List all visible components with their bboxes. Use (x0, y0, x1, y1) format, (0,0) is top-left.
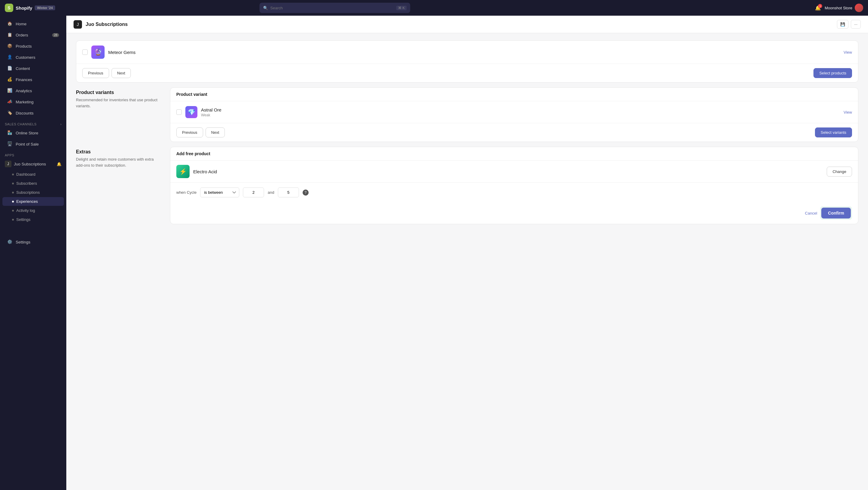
notification-button[interactable]: 🔔 1 (815, 5, 821, 11)
juo-icon: J (5, 161, 11, 167)
previous-button[interactable]: Previous (82, 68, 109, 78)
cycle-to-input[interactable] (278, 187, 299, 197)
sidebar-item-analytics[interactable]: 📊 Analytics (2, 85, 64, 96)
sidebar-item-home[interactable]: 🏠 Home (2, 19, 64, 29)
variants-card-header: Product variant (170, 88, 858, 101)
variants-section: Product variants Recommended for invento… (76, 87, 858, 142)
extras-title: Extras (76, 149, 160, 155)
variants-left-panel: Product variants Recommended for invento… (76, 87, 160, 142)
shopify-logo-area: S Shopify Winter '24 (5, 4, 55, 12)
sidebar-sub-label: Subscribers (16, 181, 37, 186)
cancel-button[interactable]: Cancel (805, 211, 817, 215)
settings-icon: ⚙️ (7, 239, 13, 245)
sidebar-item-orders[interactable]: 📋 Orders 28 (2, 30, 64, 40)
notification-badge: 1 (818, 4, 822, 8)
sidebar-item-label: Settings (16, 240, 30, 244)
sidebar-settings[interactable]: ⚙️ Settings (2, 237, 64, 247)
products-icon: 📦 (7, 43, 13, 49)
dot-icon (12, 192, 14, 193)
content-icon: 📄 (7, 66, 13, 71)
variants-next-button[interactable]: Next (206, 127, 225, 137)
sidebar-item-online-store[interactable]: 🏪 Online Store (2, 127, 64, 138)
sales-channels-chevron[interactable]: › (60, 122, 61, 126)
finances-icon: 💰 (7, 77, 13, 82)
product-checkbox[interactable] (82, 50, 88, 55)
select-products-button[interactable]: Select products (813, 68, 852, 78)
view-link[interactable]: View (844, 50, 852, 55)
avatar (855, 4, 863, 12)
discounts-icon: 🏷️ (7, 110, 13, 116)
shopify-logo-text: Shopify (16, 5, 32, 10)
apps-header: Apps (0, 150, 66, 158)
app-header-actions: 💾 ··· (837, 20, 861, 29)
store-button[interactable]: Moonshot Store (825, 4, 863, 12)
free-product-image: ⚡ (176, 165, 190, 178)
variants-right: Product variant 💎 Astral Ore Weak View (170, 87, 858, 142)
app-header-icon: J (73, 20, 82, 29)
sidebar-item-label: Content (16, 66, 30, 71)
cycle-row: when Cycle is between is equal to is gre… (170, 183, 858, 202)
dot-icon (12, 219, 14, 221)
select-variants-button[interactable]: Select variants (815, 127, 852, 137)
search-icon: 🔍 (263, 6, 268, 10)
winter-badge: Winter '24 (35, 5, 55, 10)
products-card-row: 🔮 Meteor Gems View (76, 41, 858, 64)
cycle-and-label: and (268, 190, 274, 195)
sidebar-item-activity-log[interactable]: Activity log (2, 206, 64, 215)
sidebar-item-customers[interactable]: 👤 Customers (2, 52, 64, 63)
sidebar-item-content[interactable]: 📄 Content (2, 63, 64, 74)
cycle-select[interactable]: is between is equal to is greater than i… (200, 187, 239, 197)
sidebar-item-label: Online Store (16, 131, 38, 135)
store-name: Moonshot Store (825, 6, 852, 10)
sidebar-item-label: Discounts (16, 111, 33, 115)
cycle-from-input[interactable] (243, 187, 264, 197)
sidebar-item-label: Customers (16, 55, 35, 60)
sidebar-item-settings[interactable]: Settings (2, 215, 64, 224)
app-icon-text: J (77, 22, 79, 27)
sidebar-item-label: Products (16, 44, 32, 49)
sidebar-item-label: Marketing (16, 100, 33, 104)
extras-card-footer: Cancel Confirm (170, 202, 858, 224)
next-button[interactable]: Next (112, 68, 131, 78)
sidebar-item-dashboard[interactable]: Dashboard (2, 170, 64, 179)
product-name: Meteor Gems (108, 50, 135, 55)
confirm-button[interactable]: Confirm (821, 208, 851, 218)
extras-card: Add free product ⚡ Electro Acid Change w… (170, 147, 858, 224)
variants-card-row: 💎 Astral Ore Weak View (170, 101, 858, 123)
more-options-button[interactable]: ··· (851, 20, 861, 29)
sidebar-item-pos[interactable]: 🖥️ Point of Sale (2, 139, 64, 150)
marketing-icon: 📣 (7, 99, 13, 104)
extras-description: Delight and retain more customers with e… (76, 156, 160, 168)
sidebar-item-subscriptions[interactable]: Subscriptions (2, 188, 64, 197)
sidebar-item-products[interactable]: 📦 Products (2, 41, 64, 52)
variants-previous-button[interactable]: Previous (176, 127, 203, 137)
confirm-highlight: Confirm (820, 207, 852, 220)
juo-app-header[interactable]: J Juo Subscriptions 🔔 (0, 158, 66, 170)
sales-channels-label: Sales channels (5, 122, 36, 126)
sidebar-item-experiences[interactable]: Experiences (2, 197, 64, 206)
sidebar-item-label: Orders (16, 33, 28, 37)
home-icon: 🏠 (7, 21, 13, 27)
sidebar-item-discounts[interactable]: 🏷️ Discounts (2, 108, 64, 118)
change-product-button[interactable]: Change (827, 167, 852, 177)
variant-checkbox[interactable] (176, 110, 182, 115)
help-icon[interactable]: ? (303, 189, 309, 195)
variant-view-link[interactable]: View (844, 110, 852, 115)
search-bar[interactable]: 🔍 ⌘ K (259, 3, 410, 13)
save-icon-button[interactable]: 💾 (837, 20, 848, 29)
search-input[interactable] (270, 6, 394, 10)
free-product-name: Electro Acid (193, 169, 217, 174)
content-area: 🔮 Meteor Gems View Previous Next Select … (66, 33, 868, 490)
topbar: S Shopify Winter '24 🔍 ⌘ K 🔔 1 Moonshot … (0, 0, 868, 16)
sidebar-item-marketing[interactable]: 📣 Marketing (2, 96, 64, 107)
sidebar-item-subscribers[interactable]: Subscribers (2, 179, 64, 188)
sidebar: 🏠 Home 📋 Orders 28 📦 Products 👤 Customer… (0, 16, 66, 490)
variants-description: Recommended for inventories that use pro… (76, 97, 160, 109)
sidebar-sub-label: Subscriptions (16, 190, 40, 195)
juo-bell-icon[interactable]: 🔔 (57, 162, 61, 166)
extras-left-panel: Extras Delight and retain more customers… (76, 147, 160, 224)
sidebar-item-finances[interactable]: 💰 Finances (2, 74, 64, 85)
footer-actions: Cancel Confirm (805, 207, 852, 220)
sidebar-item-label: Finances (16, 78, 32, 82)
sidebar-item-label: Point of Sale (16, 142, 39, 147)
